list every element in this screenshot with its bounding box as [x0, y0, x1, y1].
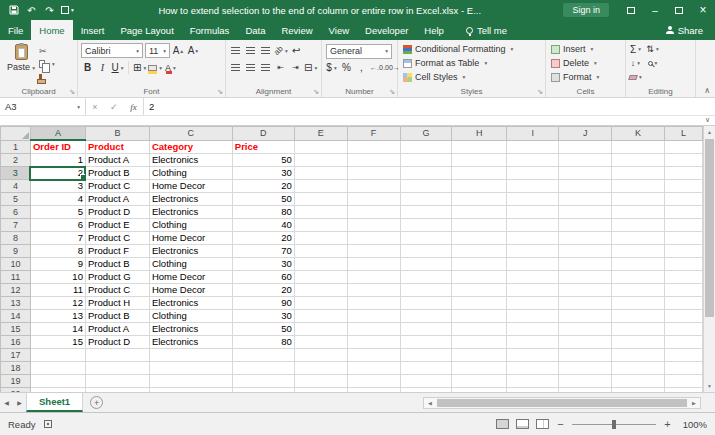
cell-F1[interactable] — [347, 140, 400, 154]
cell-F6[interactable] — [347, 206, 400, 219]
row-header-8[interactable]: 8 — [1, 232, 31, 245]
cell-F5[interactable] — [347, 193, 400, 206]
cell-A3[interactable]: 2 — [30, 167, 85, 180]
cell-J20[interactable] — [559, 388, 612, 393]
cell-G4[interactable] — [400, 180, 452, 193]
decrease-decimal-button[interactable]: .00→ — [385, 60, 398, 75]
cell-K6[interactable] — [612, 206, 665, 219]
zoom-in-button[interactable]: + — [663, 418, 672, 430]
scroll-down-button[interactable]: ▼ — [704, 380, 715, 392]
cell-B9[interactable]: Product F — [85, 245, 149, 258]
cell-K16[interactable] — [612, 336, 665, 349]
accounting-format-button[interactable]: $▾ — [325, 60, 338, 75]
cell-L7[interactable] — [664, 219, 702, 232]
scroll-up-button[interactable]: ▲ — [704, 126, 715, 138]
cell-C16[interactable]: Electronics — [149, 336, 232, 349]
tab-view[interactable]: View — [321, 20, 357, 40]
cell-H18[interactable] — [452, 362, 507, 375]
row-header-19[interactable]: 19 — [1, 375, 31, 388]
cell-J9[interactable] — [559, 245, 612, 258]
tab-developer[interactable]: Developer — [357, 20, 416, 40]
scroll-right-button[interactable]: ▶ — [688, 400, 700, 406]
cell-D8[interactable]: 20 — [232, 232, 294, 245]
tab-page-layout[interactable]: Page Layout — [112, 20, 181, 40]
cell-B5[interactable]: Product A — [85, 193, 149, 206]
cell-K17[interactable] — [612, 349, 665, 362]
font-dialog-launcher[interactable]: ⇘ — [217, 88, 223, 96]
cell-C18[interactable] — [149, 362, 232, 375]
redo-button[interactable]: ↷ — [41, 1, 58, 19]
maximize-button[interactable] — [667, 0, 691, 20]
sort-filter-button[interactable]: ⇅▾ — [646, 42, 659, 57]
cell-B7[interactable]: Product E — [85, 219, 149, 232]
orientation-button[interactable]: ab▾ — [274, 43, 288, 58]
cell-D6[interactable]: 80 — [232, 206, 294, 219]
align-right-button[interactable] — [259, 60, 272, 75]
cell-L3[interactable] — [664, 167, 702, 180]
cell-G10[interactable] — [400, 258, 452, 271]
cell-G12[interactable] — [400, 284, 452, 297]
cell-I2[interactable] — [507, 154, 559, 167]
column-header-K[interactable]: K — [612, 127, 665, 141]
undo-button[interactable]: ↶ — [23, 1, 40, 19]
cell-G9[interactable] — [400, 245, 452, 258]
cell-D11[interactable]: 60 — [232, 271, 294, 284]
cell-E15[interactable] — [294, 323, 347, 336]
cell-I1[interactable] — [507, 140, 559, 154]
cell-B14[interactable]: Product B — [85, 310, 149, 323]
column-header-J[interactable]: J — [559, 127, 612, 141]
cell-J13[interactable] — [559, 297, 612, 310]
cut-button[interactable]: ✂ — [39, 45, 55, 57]
cell-I5[interactable] — [507, 193, 559, 206]
cell-B4[interactable]: Product C — [85, 180, 149, 193]
number-format-select[interactable]: General▾ — [326, 44, 392, 59]
cell-I15[interactable] — [507, 323, 559, 336]
minimize-button[interactable]: – — [643, 0, 667, 20]
cell-J18[interactable] — [559, 362, 612, 375]
cell-C10[interactable]: Clothing — [149, 258, 232, 271]
cell-A2[interactable]: 1 — [30, 154, 85, 167]
cell-E3[interactable] — [294, 167, 347, 180]
cell-B20[interactable] — [85, 388, 149, 393]
cell-A9[interactable]: 8 — [30, 245, 85, 258]
cell-E20[interactable] — [294, 388, 347, 393]
cell-L16[interactable] — [664, 336, 702, 349]
cell-A1[interactable]: Order ID — [30, 140, 85, 154]
column-header-E[interactable]: E — [294, 127, 347, 141]
cell-I18[interactable] — [507, 362, 559, 375]
cell-C2[interactable]: Electronics — [149, 154, 232, 167]
cell-I7[interactable] — [507, 219, 559, 232]
cell-K3[interactable] — [612, 167, 665, 180]
cell-G16[interactable] — [400, 336, 452, 349]
cell-D16[interactable]: 80 — [232, 336, 294, 349]
fill-color-button[interactable]: ▾ — [148, 60, 162, 75]
decrease-indent-button[interactable]: ⇤ — [274, 60, 287, 75]
horizontal-scrollbar[interactable]: ◀ ▶ — [423, 397, 701, 409]
cell-J17[interactable] — [559, 349, 612, 362]
row-header-4[interactable]: 4 — [1, 180, 31, 193]
cell-J12[interactable] — [559, 284, 612, 297]
cell-B17[interactable] — [85, 349, 149, 362]
cell-F10[interactable] — [347, 258, 400, 271]
cell-D20[interactable] — [232, 388, 294, 393]
cell-F19[interactable] — [347, 375, 400, 388]
save-button[interactable] — [5, 1, 22, 19]
cell-B13[interactable]: Product H — [85, 297, 149, 310]
cell-C15[interactable]: Electronics — [149, 323, 232, 336]
cell-K12[interactable] — [612, 284, 665, 297]
cell-A13[interactable]: 12 — [30, 297, 85, 310]
cell-I4[interactable] — [507, 180, 559, 193]
font-name-select[interactable]: Calibri▾ — [81, 43, 143, 58]
font-size-select[interactable]: 11▾ — [145, 43, 170, 58]
increase-decimal-button[interactable]: ←.0 — [370, 60, 383, 75]
clear-button[interactable]: ▾ — [629, 70, 642, 85]
cell-E9[interactable] — [294, 245, 347, 258]
cell-L8[interactable] — [664, 232, 702, 245]
cell-E13[interactable] — [294, 297, 347, 310]
cell-D10[interactable]: 30 — [232, 258, 294, 271]
cell-F11[interactable] — [347, 271, 400, 284]
align-center-button[interactable] — [244, 60, 257, 75]
cell-D7[interactable]: 40 — [232, 219, 294, 232]
cell-I19[interactable] — [507, 375, 559, 388]
cell-G7[interactable] — [400, 219, 452, 232]
